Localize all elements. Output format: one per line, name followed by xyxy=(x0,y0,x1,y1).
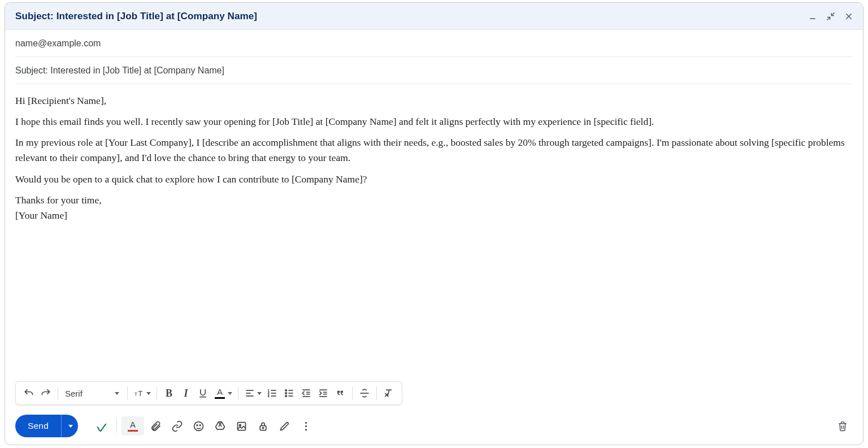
send-button[interactable]: Send xyxy=(15,415,61,437)
to-field-row[interactable] xyxy=(15,30,853,57)
font-size-button[interactable]: TT xyxy=(131,385,153,402)
separator xyxy=(352,386,353,400)
indent-more-button[interactable] xyxy=(315,385,332,402)
body-signature: [Your Name] xyxy=(15,208,853,223)
svg-point-46 xyxy=(305,425,306,427)
insert-link-button[interactable] xyxy=(167,416,187,436)
message-body[interactable]: Hi [Recipient's Name], I hope this email… xyxy=(5,84,863,381)
body-greeting: Hi [Recipient's Name], xyxy=(15,93,853,108)
svg-point-38 xyxy=(199,424,201,425)
send-button-group: Send xyxy=(15,415,78,437)
dropdown-caret-icon xyxy=(115,392,119,395)
svg-text:3: 3 xyxy=(268,394,270,398)
remove-formatting-icon xyxy=(383,388,394,399)
compose-actions: A xyxy=(92,416,316,436)
insert-drive-button[interactable] xyxy=(210,416,230,436)
close-icon xyxy=(844,12,853,21)
link-icon xyxy=(171,420,183,432)
svg-point-45 xyxy=(305,421,306,423)
minimize-button[interactable] xyxy=(808,11,818,21)
strikethrough-icon xyxy=(359,388,370,399)
underline-icon xyxy=(197,388,209,399)
redo-button[interactable] xyxy=(37,385,54,402)
spell-check-button[interactable] xyxy=(92,416,112,436)
bulleted-list-button[interactable] xyxy=(281,385,298,402)
minimize-icon xyxy=(808,12,817,21)
svg-point-42 xyxy=(239,424,241,426)
text-color-icon: A xyxy=(214,387,226,399)
title-bar: Subject: Interested in [Job Title] at [C… xyxy=(5,3,863,30)
attach-file-button[interactable] xyxy=(145,416,166,436)
remove-formatting-button[interactable] xyxy=(380,385,397,402)
align-button[interactable] xyxy=(242,385,264,402)
indent-less-icon xyxy=(301,388,312,399)
separator xyxy=(376,386,377,400)
emoji-icon xyxy=(193,420,205,432)
subject-field-row[interactable] xyxy=(15,57,853,84)
window-controls xyxy=(808,11,854,21)
font-size-icon: TT xyxy=(133,388,145,399)
discard-draft-button[interactable] xyxy=(832,416,853,436)
window-title: Subject: Interested in [Job Title] at [C… xyxy=(15,11,257,22)
exit-fullscreen-button[interactable] xyxy=(826,11,836,21)
font-name: Serif xyxy=(65,389,83,398)
svg-point-17 xyxy=(285,390,287,392)
to-input[interactable] xyxy=(15,35,853,52)
separator xyxy=(127,386,128,400)
subject-input[interactable] xyxy=(15,62,853,79)
pen-icon xyxy=(279,420,290,432)
svg-point-37 xyxy=(197,424,198,425)
undo-button[interactable] xyxy=(20,385,37,402)
quote-button[interactable] xyxy=(332,385,349,402)
redo-icon xyxy=(40,388,51,399)
trash-icon xyxy=(837,420,848,432)
separator xyxy=(238,386,238,400)
dropdown-caret-icon xyxy=(68,425,73,428)
more-options-button[interactable] xyxy=(296,416,316,436)
confidential-mode-button[interactable] xyxy=(253,416,273,436)
insert-emoji-button[interactable] xyxy=(188,416,209,436)
more-vertical-icon xyxy=(300,420,312,432)
bold-button[interactable]: B xyxy=(160,385,177,402)
dropdown-caret-icon xyxy=(146,392,151,395)
separator xyxy=(58,386,58,400)
spell-check-icon xyxy=(96,420,108,432)
text-color-button[interactable]: A xyxy=(211,385,235,402)
compose-window: Subject: Interested in [Job Title] at [C… xyxy=(5,2,863,445)
svg-text:T: T xyxy=(134,392,137,397)
body-paragraph-1: I hope this email finds you well. I rece… xyxy=(15,114,853,129)
send-options-button[interactable] xyxy=(61,415,78,437)
indent-more-icon xyxy=(318,388,329,399)
underline-button[interactable] xyxy=(194,385,211,402)
separator xyxy=(157,386,157,400)
dropdown-caret-icon xyxy=(228,392,232,395)
numbered-list-button[interactable]: 123 xyxy=(264,385,281,402)
bold-icon: B xyxy=(166,388,172,399)
text-color-icon: A xyxy=(127,420,139,432)
svg-point-36 xyxy=(194,421,203,430)
insert-signature-button[interactable] xyxy=(274,416,294,436)
svg-line-1 xyxy=(831,12,834,15)
lock-clock-icon xyxy=(257,420,269,432)
body-closing-thanks: Thanks for your time, xyxy=(15,193,853,208)
header-fields xyxy=(5,30,863,84)
close-button[interactable] xyxy=(844,11,854,21)
formatting-options-button[interactable]: A xyxy=(121,416,144,436)
svg-line-2 xyxy=(827,17,830,20)
italic-button[interactable]: I xyxy=(177,385,194,402)
drive-icon xyxy=(214,420,226,432)
undo-icon xyxy=(23,388,34,399)
format-toolbar-container: Serif TT B I A 123 xyxy=(5,381,863,411)
send-bar: Send A xyxy=(5,411,863,445)
strikethrough-button[interactable] xyxy=(356,385,373,402)
separator xyxy=(116,419,117,433)
quote-icon xyxy=(335,388,346,399)
align-icon xyxy=(244,388,255,399)
svg-point-44 xyxy=(262,427,263,428)
italic-icon: I xyxy=(184,388,188,399)
svg-rect-41 xyxy=(237,422,245,430)
insert-photo-button[interactable] xyxy=(231,416,251,436)
numbered-list-icon: 123 xyxy=(267,388,278,399)
font-select[interactable]: Serif xyxy=(62,385,124,402)
indent-less-button[interactable] xyxy=(298,385,315,402)
